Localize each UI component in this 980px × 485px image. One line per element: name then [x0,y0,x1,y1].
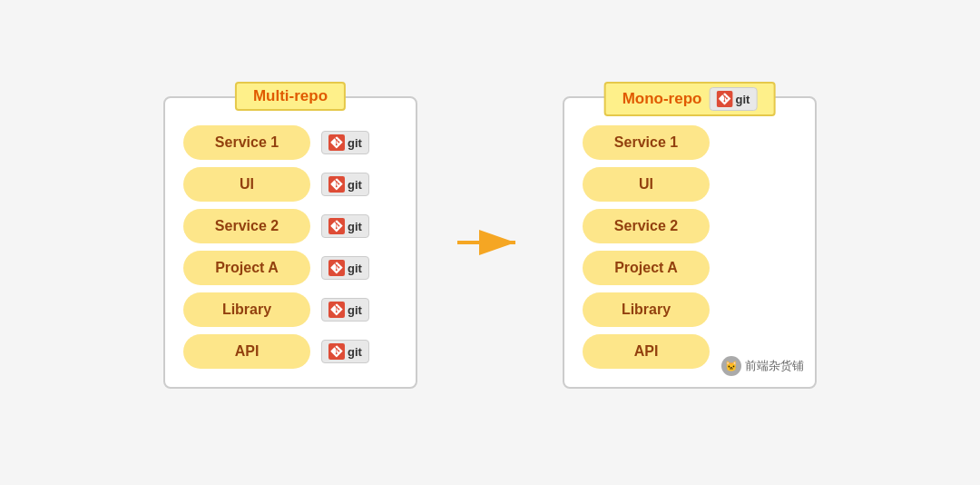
git-text-ui-left: git [348,178,362,192]
arrow-svg [454,226,526,259]
service-pill-projecta-right: Project A [583,251,710,285]
service-pill-ui-left: UI [183,167,310,202]
service-row-2: Service 2 git [183,209,397,243]
diagram-container: Multi-repo Service 1 git UI [0,0,980,485]
watermark-text: 前端杂货铺 [745,358,804,374]
service-pill-library-right: Library [583,292,710,327]
service-pill-api-right: API [583,334,710,369]
service-pill-library-left: Library [183,292,310,327]
service-row-library-right: Library [583,292,797,327]
multi-repo-title: Multi-repo [253,87,328,105]
git-icon-2 [328,218,345,234]
service-pill-2-right: Service 2 [583,209,710,243]
watermark-icon: 🐱 [721,356,741,376]
git-icon-1 [328,134,345,151]
mono-repo-box: Mono-repo git Service 1 UI Service 2 [563,96,817,389]
git-icon-ui-left [328,176,345,193]
service-pill-1-right: Service 1 [583,125,710,160]
service-pill-2: Service 2 [183,209,310,243]
service-row-ui-left: UI git [183,167,397,202]
git-badge-library-left: git [321,298,369,322]
git-badge-ui-left: git [321,173,369,196]
git-badge-2: git [321,214,369,238]
mono-repo-label: Mono-repo git [604,82,776,116]
service-row-ui-right: UI [583,167,797,202]
service-row-1-right: Service 1 [583,125,797,160]
multi-repo-box: Multi-repo Service 1 git UI [163,96,417,389]
git-text-1: git [348,136,362,150]
service-row-library-left: Library git [183,292,397,327]
git-text-library-left: git [348,303,362,317]
service-pill-ui-right: UI [583,167,710,202]
service-row-2-right: Service 2 [583,209,797,243]
arrow-container [454,226,526,259]
git-text-mono-label: git [735,93,750,106]
git-badge-1: git [321,131,369,154]
service-pill-1: Service 1 [183,125,310,160]
git-text-2: git [348,220,362,233]
watermark: 🐱 前端杂货铺 [721,356,804,376]
git-text-projecta-left: git [348,262,362,275]
git-badge-mono-label: git [709,87,757,111]
git-badge-projecta-left: git [321,256,369,280]
git-icon-mono-label [716,91,732,107]
service-row-1: Service 1 git [183,125,397,160]
git-icon-api-left [328,343,345,360]
git-icon-library-left [328,302,345,318]
mono-repo-title: Mono-repo [622,90,702,108]
git-badge-api-left: git [321,340,369,363]
git-icon-projecta-left [328,260,345,276]
service-row-api-left: API git [183,334,397,369]
multi-repo-label: Multi-repo [235,82,346,111]
service-row-projecta-left: Project A git [183,251,397,285]
service-row-projecta-right: Project A [583,251,797,285]
git-text-api-left: git [348,345,362,359]
service-pill-api-left: API [183,334,310,369]
service-pill-projecta-left: Project A [183,251,310,285]
